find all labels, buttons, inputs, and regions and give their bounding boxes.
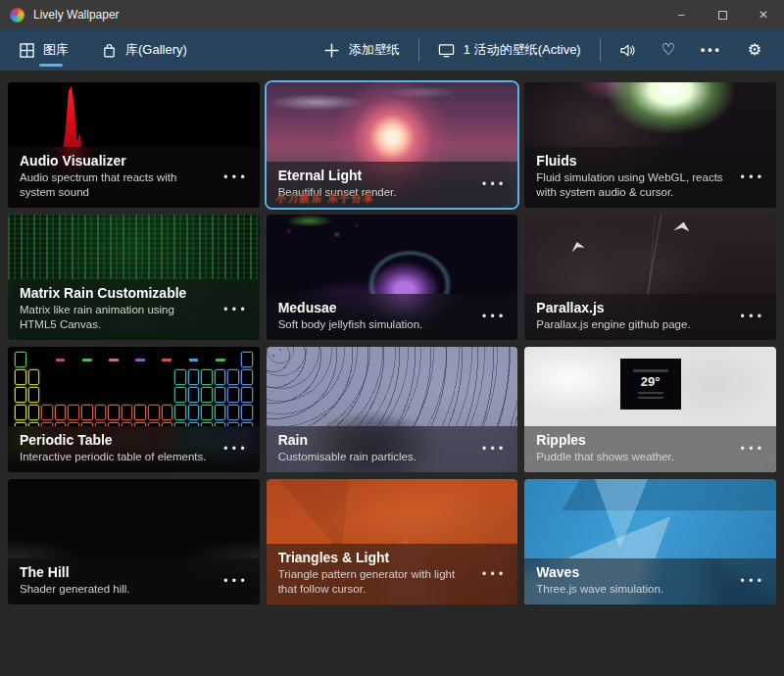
wallpaper-text: Waves Three.js wave simulation. xyxy=(536,564,728,597)
grid-icon xyxy=(20,43,34,58)
wallpaper-description: Fluid simulation using WebGL, reacts wit… xyxy=(536,170,728,200)
wallpaper-title: Ripples xyxy=(536,432,728,450)
wallpaper-grid: Audio Visualizer Audio spectrum that rea… xyxy=(8,82,776,604)
nav-separator xyxy=(600,38,601,62)
more-options-button[interactable] xyxy=(737,437,766,459)
wallpaper-card-ripples[interactable]: Ripples Puddle that shows weather. 29° xyxy=(524,347,776,472)
wallpaper-text: Periodic Table Interactive periodic tabl… xyxy=(20,432,212,464)
wallpaper-description: Beautiful sunset render. xyxy=(278,185,470,200)
close-button[interactable]: ✕ xyxy=(743,0,784,29)
widget-text-line xyxy=(633,369,668,372)
wallpaper-text: Parallax.js Parallax.js engine github pa… xyxy=(536,300,728,332)
navbar: 图库 库(Gallery) 添加壁纸 1 活动的壁纸(Active) xyxy=(0,29,784,71)
wallpaper-title: Audio Visualizer xyxy=(20,153,212,170)
wallpaper-text: Audio Visualizer Audio spectrum that rea… xyxy=(20,153,212,200)
wallpaper-card-fluids[interactable]: Fluids Fluid simulation using WebGL, rea… xyxy=(524,82,776,208)
wallpaper-info: Audio Visualizer Audio spectrum that rea… xyxy=(8,147,260,208)
bag-icon xyxy=(102,43,117,58)
wallpaper-text: Fluids Fluid simulation using WebGL, rea… xyxy=(536,153,728,200)
more-options-button[interactable] xyxy=(220,298,249,319)
active-wallpaper-label: 1 活动的壁纸(Active) xyxy=(464,41,581,59)
wallpaper-title: The Hill xyxy=(20,564,212,582)
wallpaper-card-rain[interactable]: Rain Customisable rain particles. xyxy=(267,347,518,472)
more-options-button[interactable] xyxy=(478,305,508,326)
wallpaper-description: Audio spectrum that reacts with system s… xyxy=(20,170,212,200)
ellipsis-icon: ••• xyxy=(701,44,722,56)
wallpaper-info: Ripples Puddle that shows weather. xyxy=(524,426,776,472)
wallpaper-description: Soft body jellyfish simulation. xyxy=(278,317,470,332)
more-options-button[interactable] xyxy=(478,437,508,459)
wallpaper-card-matrix-rain[interactable]: Matrix Rain Customizable Matrix like rai… xyxy=(8,215,260,340)
settings-button[interactable]: ⚙ xyxy=(735,35,774,65)
window-controls: – ✕ xyxy=(661,0,784,29)
wallpaper-info: Periodic Table Interactive periodic tabl… xyxy=(8,426,260,472)
maximize-button[interactable] xyxy=(702,0,743,29)
wallpaper-info: Waves Three.js wave simulation. xyxy=(524,558,776,604)
wallpaper-card-medusae[interactable]: Medusae Soft body jellyfish simulation. xyxy=(267,215,518,340)
add-wallpaper-label: 添加壁纸 xyxy=(349,41,400,59)
wallpaper-card-eternal-light[interactable]: Eternal Light Beautiful sunset render. 小… xyxy=(267,82,518,208)
wallpaper-title: Medusae xyxy=(278,300,470,317)
weather-widget: 29° xyxy=(620,359,681,410)
wallpaper-title: Rain xyxy=(278,432,470,450)
wallpaper-info: Parallax.js Parallax.js engine github pa… xyxy=(524,294,776,340)
more-menu-button[interactable]: ••• xyxy=(688,37,735,63)
gear-icon: ⚙ xyxy=(748,42,761,58)
wallpaper-text: Rain Customisable rain particles. xyxy=(278,432,470,464)
more-options-button[interactable] xyxy=(737,166,766,187)
widget-temperature: 29° xyxy=(641,375,661,389)
wallpaper-card-periodic-table[interactable]: Periodic Table Interactive periodic tabl… xyxy=(8,347,260,472)
wallpaper-description: Interactive periodic table of elements. xyxy=(20,450,212,464)
wallpaper-description: Customisable rain particles. xyxy=(278,450,470,464)
nav-actions: 添加壁纸 1 活动的壁纸(Active) ♡ ••• ⚙ xyxy=(311,34,774,66)
maximize-icon xyxy=(718,11,727,20)
wallpaper-description: Triangle pattern generator with light th… xyxy=(278,567,470,597)
tab-gallery-label: 库(Gallery) xyxy=(125,41,187,59)
more-options-button[interactable] xyxy=(478,172,508,194)
nav-separator xyxy=(418,38,419,62)
more-options-button[interactable] xyxy=(220,166,249,187)
wallpaper-title: Triangles & Light xyxy=(278,550,470,567)
wallpaper-title: Matrix Rain Customizable xyxy=(20,285,212,303)
wallpaper-card-audio-visualizer[interactable]: Audio Visualizer Audio spectrum that rea… xyxy=(8,82,260,208)
window-title: Lively Wallpaper xyxy=(33,8,120,22)
wallpaper-text: Triangles & Light Triangle pattern gener… xyxy=(278,550,470,597)
more-options-button[interactable] xyxy=(737,569,766,591)
add-wallpaper-button[interactable]: 添加壁纸 xyxy=(311,34,413,66)
wallpaper-card-triangles-light[interactable]: Triangles & Light Triangle pattern gener… xyxy=(267,479,518,604)
tab-library-label: 图库 xyxy=(43,41,69,59)
wallpaper-text: The Hill Shader generated hill. xyxy=(20,564,212,597)
titlebar: Lively Wallpaper – ✕ xyxy=(0,0,784,29)
wallpaper-text: Matrix Rain Customizable Matrix like rai… xyxy=(20,285,212,332)
tab-library[interactable]: 图库 xyxy=(18,29,71,71)
more-options-button[interactable] xyxy=(478,562,508,584)
tab-gallery[interactable]: 库(Gallery) xyxy=(100,29,189,71)
wallpaper-info: Matrix Rain Customizable Matrix like rai… xyxy=(8,279,260,340)
wallpaper-description: Puddle that shows weather. xyxy=(536,450,728,464)
favorites-button[interactable]: ♡ xyxy=(649,35,688,65)
wallpaper-card-the-hill[interactable]: The Hill Shader generated hill. xyxy=(8,479,260,604)
wallpaper-info: Eternal Light Beautiful sunset render. xyxy=(267,162,518,208)
widget-text-line xyxy=(638,397,663,399)
wallpaper-card-waves[interactable]: Waves Three.js wave simulation. xyxy=(524,479,776,604)
nav-tabs: 图库 库(Gallery) xyxy=(18,29,189,71)
wallpaper-title: Parallax.js xyxy=(536,300,728,317)
wallpaper-text: Medusae Soft body jellyfish simulation. xyxy=(278,300,470,332)
wallpaper-description: Shader generated hill. xyxy=(20,582,212,597)
wallpaper-info: Triangles & Light Triangle pattern gener… xyxy=(267,544,518,604)
heart-icon: ♡ xyxy=(662,42,675,58)
speaker-icon xyxy=(619,42,636,59)
wallpaper-info: Medusae Soft body jellyfish simulation. xyxy=(267,294,518,340)
wallpaper-text: Ripples Puddle that shows weather. xyxy=(536,432,728,464)
more-options-button[interactable] xyxy=(220,437,249,459)
more-options-button[interactable] xyxy=(220,569,249,591)
wallpaper-description: Parallax.js engine github page. xyxy=(536,317,728,332)
wallpaper-title: Eternal Light xyxy=(278,168,470,185)
active-wallpaper-button[interactable]: 1 活动的壁纸(Active) xyxy=(425,34,594,66)
wallpaper-card-parallaxjs[interactable]: Parallax.js Parallax.js engine github pa… xyxy=(524,215,776,340)
minimize-button[interactable]: – xyxy=(661,0,702,29)
wallpaper-info: Fluids Fluid simulation using WebGL, rea… xyxy=(524,147,776,208)
volume-button[interactable] xyxy=(607,35,649,66)
more-options-button[interactable] xyxy=(737,305,766,326)
monitor-icon xyxy=(438,42,455,59)
